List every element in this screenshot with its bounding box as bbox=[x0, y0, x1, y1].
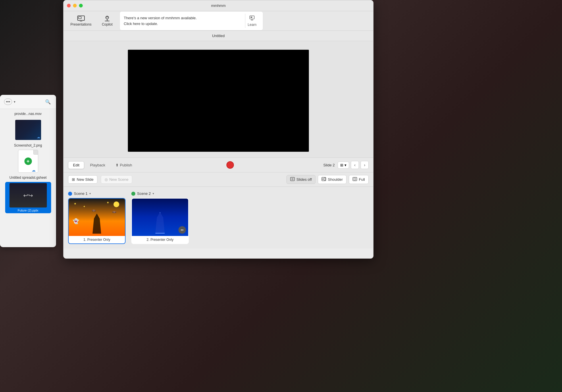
slide-1-label: 1. Presenter Only bbox=[69, 236, 125, 243]
finder-chevron-icon: ▾ bbox=[14, 100, 16, 104]
shoulder-label: Shoulder bbox=[328, 177, 343, 182]
copilot-nav-item[interactable]: Copilot bbox=[99, 14, 115, 28]
scene-1-chevron-icon: ▾ bbox=[89, 192, 91, 195]
slides-toolbar: ⊞ New Slide ◎ New Scene Slides off bbox=[63, 172, 373, 187]
slide-indicator: Slide 2 bbox=[323, 163, 335, 167]
svg-rect-16 bbox=[353, 177, 357, 181]
svg-rect-11 bbox=[290, 177, 295, 181]
prev-arrow-icon: ‹ bbox=[354, 163, 356, 167]
dots-icon: ••• bbox=[6, 99, 10, 104]
finder-item-mov[interactable]: provide...nas.mov bbox=[0, 109, 56, 117]
thumb2-background: ↩↪ bbox=[9, 183, 47, 207]
window-titlebar: mmhmm bbox=[63, 0, 373, 11]
scene-2-chevron-icon: ▾ bbox=[153, 192, 154, 195]
publish-tab[interactable]: ⬆Publish bbox=[111, 161, 137, 169]
search-icon: 🔍 bbox=[45, 99, 51, 105]
edit-bar: Edit Playback ⬆Publish Slide 2 ⊞ ▾ ‹ › bbox=[63, 157, 373, 172]
slides-off-icon bbox=[290, 177, 295, 182]
slide-1-background: ★ ✦ ★ 👻 🦇 🦇 bbox=[69, 199, 125, 236]
finder-pptx-thumbnail: ↩↪ bbox=[9, 183, 47, 207]
learn-svg-icon bbox=[249, 15, 255, 21]
finder-item-gsheet[interactable]: + ☁ Untitled spreadst.gsheet bbox=[0, 149, 56, 181]
scene-2-header[interactable]: Scene 2 ▾ bbox=[131, 191, 189, 196]
content-titlebar: Untitled bbox=[63, 31, 373, 41]
slide-next-button[interactable]: › bbox=[361, 161, 369, 169]
slide-2-label: 2. Presenter Only bbox=[132, 236, 188, 243]
playback-tab[interactable]: Playback bbox=[85, 161, 110, 169]
finder-item-png-label: Screenshot_2.png bbox=[11, 142, 45, 147]
window-toolbar: Presentations Copilot There's a new vers… bbox=[63, 11, 373, 31]
arrows-icon: ↩↪ bbox=[23, 192, 33, 199]
slide-nav: ⊞ ▾ ‹ › bbox=[338, 161, 369, 169]
finder-png-thumbnail: ☁ bbox=[15, 120, 41, 140]
new-scene-icon: ◎ bbox=[105, 177, 108, 182]
shoulder-button[interactable]: Shoulder bbox=[318, 175, 347, 184]
finder-search-button[interactable]: 🔍 bbox=[44, 98, 52, 106]
toolbar-nav: Presentations Copilot bbox=[68, 14, 115, 28]
full-button[interactable]: Full bbox=[349, 175, 369, 184]
scene-1-header[interactable]: Scene 1 ▾ bbox=[68, 191, 126, 196]
preview-area bbox=[63, 41, 373, 157]
learn-label: Learn bbox=[248, 23, 257, 27]
window-app-title: mmhmm bbox=[211, 3, 226, 8]
edit-tabs: Edit Playback ⬆Publish bbox=[68, 161, 137, 169]
full-icon bbox=[353, 177, 357, 182]
copilot-svg-icon bbox=[103, 15, 111, 22]
svg-point-14 bbox=[322, 178, 324, 180]
new-slide-icon: ⊞ bbox=[72, 177, 75, 182]
finder-selected-item: ↩↪ Future (2).pptx bbox=[5, 182, 51, 213]
edit-tab[interactable]: Edit bbox=[68, 161, 84, 169]
file-cloud-icon: ☁ bbox=[32, 168, 36, 172]
learn-icon bbox=[249, 15, 255, 22]
window-minimize-button[interactable] bbox=[73, 4, 77, 7]
finder-png-thumb-inner: ☁ bbox=[15, 120, 41, 140]
new-slide-button[interactable]: ⊞ New Slide bbox=[68, 175, 97, 184]
scene-1-label: Scene 1 bbox=[74, 191, 88, 196]
slide1-star-2: ✦ bbox=[83, 205, 85, 208]
slide1-bat-1: 🦇 bbox=[92, 209, 96, 213]
preview-canvas bbox=[128, 50, 309, 152]
slide1-star-1: ★ bbox=[74, 202, 76, 205]
presentations-nav-item[interactable]: Presentations bbox=[68, 14, 94, 28]
finder-header-left: ••• ▾ bbox=[4, 99, 16, 105]
slide-view-chevron-icon: ▾ bbox=[344, 163, 347, 167]
mmhmm-window: mmhmm Presentations bbox=[63, 0, 374, 259]
presentations-svg-icon bbox=[77, 15, 85, 22]
finder-item-pptx-label: Future (2).pptx bbox=[7, 209, 49, 212]
slide-view-button[interactable]: ⊞ ▾ bbox=[338, 162, 349, 169]
window-maximize-button[interactable] bbox=[79, 4, 83, 7]
slides-off-button[interactable]: Slides off bbox=[286, 175, 315, 184]
cloud-icon: ☁ bbox=[37, 135, 40, 139]
svg-point-12 bbox=[292, 178, 293, 180]
scene-2-dot bbox=[131, 192, 135, 196]
slide1-star-3: ★ bbox=[107, 201, 109, 204]
slide-1-thumbnail: ★ ✦ ★ 👻 🦇 🦇 bbox=[69, 199, 125, 236]
slide-1-card[interactable]: ★ ✦ ★ 👻 🦇 🦇 1. Presenter Only bbox=[68, 198, 126, 244]
slide-prev-button[interactable]: ‹ bbox=[351, 161, 359, 169]
publish-icon: ⬆ bbox=[116, 163, 119, 167]
slide-2-card[interactable]: ✏ 2. Presenter Only bbox=[131, 198, 189, 244]
finder-gsheet-icon: + ☁ bbox=[15, 150, 41, 173]
window-close-button[interactable] bbox=[67, 4, 71, 7]
record-button[interactable] bbox=[226, 161, 234, 169]
view-mode-group: Slides off Shoulder bbox=[286, 175, 369, 184]
full-label: Full bbox=[359, 177, 365, 182]
presentations-icon bbox=[77, 15, 85, 22]
svg-rect-15 bbox=[324, 178, 326, 180]
slides-panel: Scene 1 ▾ ★ ✦ ★ 👻 🦇 🦇 bbox=[63, 187, 373, 249]
learn-button[interactable]: Learn bbox=[245, 14, 259, 28]
new-scene-button[interactable]: ◎ New Scene bbox=[101, 175, 132, 184]
update-banner-text: There's a new version of mmhmm available… bbox=[124, 15, 197, 26]
new-slide-label: New Slide bbox=[77, 177, 94, 182]
slide1-ghost-1: 👻 bbox=[73, 218, 79, 224]
content-title: Untitled bbox=[212, 34, 225, 38]
slides-off-svg bbox=[290, 177, 295, 181]
finder-item-pptx[interactable]: ↩↪ Future (2).pptx bbox=[0, 181, 56, 214]
slide1-presenter bbox=[90, 214, 104, 234]
svg-rect-10 bbox=[251, 17, 252, 18]
finder-item-png[interactable]: ☁ Screenshot_2.png bbox=[0, 117, 56, 149]
file-shape: + ☁ bbox=[18, 150, 38, 173]
finder-options-button[interactable]: ••• bbox=[4, 99, 12, 105]
update-banner[interactable]: There's a new version of mmhmm available… bbox=[120, 11, 263, 30]
svg-rect-1 bbox=[78, 17, 81, 19]
